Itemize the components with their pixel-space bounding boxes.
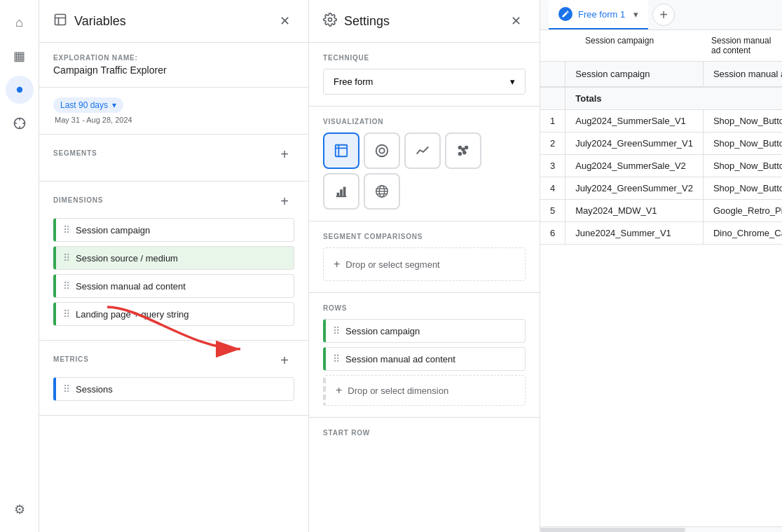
date-range-section: Last 90 days ▾ May 31 - Aug 28, 2024	[39, 88, 308, 135]
exploration-name-value: Campaign Traffic Explorer	[53, 64, 294, 76]
horizontal-scrollbar[interactable]	[540, 526, 782, 532]
dimension-item-session-manual-ad[interactable]: ⠿ Session manual ad content	[53, 274, 294, 298]
row-item-session-manual-ad[interactable]: ⠿ Session manual ad content	[323, 347, 526, 371]
svg-rect-3	[55, 14, 66, 25]
date-range-sub: May 31 - Aug 28, 2024	[53, 116, 294, 124]
metrics-header: METRICS +	[53, 350, 294, 370]
metric-item-sessions[interactable]: ⠿ Sessions	[53, 377, 294, 401]
th-session-manual-ad[interactable]: Session manual ad content	[703, 62, 782, 87]
campaign-cell: July2024_GreenSummer_V1	[565, 132, 704, 155]
row-item-session-campaign[interactable]: ⠿ Session campaign	[323, 319, 526, 343]
settings-header: Settings ✕	[309, 0, 540, 43]
date-range-chevron: ▾	[112, 100, 116, 110]
variables-title-icon	[53, 13, 67, 30]
drop-segment-label: Drop or select segment	[345, 259, 439, 270]
settings-close-button[interactable]: ✕	[506, 11, 526, 31]
scatter-viz-button[interactable]	[445, 132, 481, 169]
dimensions-section: DIMENSIONS + ⠿ Session campaign ⠿ Sessio…	[39, 182, 308, 341]
segments-label: SEGMENTS	[53, 149, 97, 157]
ad-content-cell: Shop_Now_Button	[703, 110, 782, 132]
th-session-campaign[interactable]: Session campaign	[565, 62, 704, 87]
ad-content-cell: Shop_Now_Button	[703, 155, 782, 177]
ad-content-cell: Dino_Chrome_Camp_Shirt	[703, 222, 782, 245]
bar-viz-button[interactable]	[323, 173, 359, 210]
variables-panel: Variables ✕ EXPLORATION NAME: Campaign T…	[39, 0, 309, 532]
technique-dropdown[interactable]: Free form ▾	[323, 69, 526, 95]
data-table-wrapper: Session campaign Session manual ad conte…	[540, 62, 782, 526]
ad-content-cell: Shop_Now_Button	[703, 132, 782, 155]
segments-section: SEGMENTS +	[39, 135, 308, 182]
dimensions-label: DIMENSIONS	[53, 196, 103, 204]
settings-panel: Settings ✕ TECHNIQUE Free form ▾ VISUALI…	[309, 0, 540, 532]
campaign-cell: Aug2024_SummerSale_V1	[565, 110, 704, 132]
svg-point-4	[329, 18, 332, 21]
svg-point-7	[379, 148, 384, 153]
donut-viz-button[interactable]	[364, 132, 400, 169]
tab-icon	[558, 7, 572, 21]
variables-close-button[interactable]: ✕	[275, 11, 294, 31]
svg-point-6	[376, 145, 388, 157]
tab-bar: Free form 1 ▾ +	[540, 0, 782, 30]
dimension-label: Landing page + query string	[76, 309, 189, 320]
variables-title: Variables	[53, 13, 126, 30]
segments-header: SEGMENTS +	[53, 144, 294, 164]
totals-row: Totals	[540, 87, 782, 110]
row-num: 1	[540, 110, 565, 132]
svg-point-1	[16, 87, 22, 93]
col-header-session-manual-ad: Session manual ad content	[711, 36, 772, 55]
dimension-item-landing-page[interactable]: ⠿ Landing page + query string	[53, 302, 294, 326]
add-segment-button[interactable]: +	[275, 144, 294, 164]
table-row: 6 June2024_Summer_V1 Dino_Chrome_Camp_Sh…	[540, 222, 782, 245]
explore-icon[interactable]	[6, 76, 34, 104]
table-row: 2 July2024_GreenSummer_V1 Shop_Now_Butto…	[540, 132, 782, 155]
visualization-section: VISUALIZATION	[309, 107, 540, 221]
svg-point-12	[462, 148, 465, 151]
drag-handle-icon: ⠿	[63, 308, 70, 320]
geo-viz-button[interactable]	[364, 173, 400, 210]
drag-handle-icon: ⠿	[333, 353, 340, 364]
add-tab-button[interactable]: +	[652, 4, 675, 26]
column-headers-bar: Session campaign Session manual ad conte…	[540, 30, 782, 62]
free-form-tab[interactable]: Free form 1 ▾	[549, 0, 648, 29]
date-range-label: Last 90 days	[60, 100, 108, 110]
settings-icon[interactable]: ⚙	[6, 496, 34, 524]
dimension-item-session-campaign[interactable]: ⠿ Session campaign	[53, 218, 294, 242]
drop-dimension-zone[interactable]: + Drop or select dimension	[323, 375, 526, 406]
tab-dropdown-arrow[interactable]: ▾	[633, 9, 638, 20]
technique-section: TECHNIQUE Free form ▾	[309, 43, 540, 107]
totals-num	[540, 87, 565, 110]
campaign-cell: July2024_GreenSummer_V2	[565, 177, 704, 200]
rows-label: ROWS	[323, 304, 526, 312]
chart-icon[interactable]: ▦	[6, 42, 34, 70]
drop-segment-zone[interactable]: + Drop or select segment	[323, 247, 526, 281]
metric-label: Sessions	[76, 384, 113, 395]
row-num: 6	[540, 222, 565, 245]
campaign-cell: Aug2024_SummerSale_V2	[565, 155, 704, 177]
row-label: Session campaign	[345, 326, 420, 336]
drop-dimension-label: Drop or select dimension	[348, 386, 448, 396]
add-metric-button[interactable]: +	[275, 350, 294, 370]
drag-handle-icon: ⠿	[333, 325, 340, 336]
dimension-label: Session campaign	[76, 225, 150, 236]
left-navigation: ⌂ ▦ ⚙	[0, 0, 39, 532]
settings-title-icon	[323, 13, 337, 30]
line-viz-button[interactable]	[404, 132, 441, 169]
plus-icon: +	[334, 258, 340, 271]
metrics-label: METRICS	[53, 355, 89, 363]
dimension-item-session-source-medium[interactable]: ⠿ Session source / medium	[53, 246, 294, 270]
add-dimension-button[interactable]: +	[275, 191, 294, 211]
variables-header: Variables ✕	[39, 0, 308, 43]
ad-content-cell: Shop_Now_Button	[703, 177, 782, 200]
campaign-cell: May2024_MDW_V1	[565, 200, 704, 222]
target-icon[interactable]	[6, 109, 34, 137]
table-viz-button[interactable]	[323, 132, 359, 169]
drag-handle-icon: ⠿	[63, 280, 70, 292]
table-row: 1 Aug2024_SummerSale_V1 Shop_Now_Button	[540, 110, 782, 132]
dimensions-header: DIMENSIONS +	[53, 191, 294, 211]
table-row: 5 May2024_MDW_V1 Google_Retro_Pickleball…	[540, 200, 782, 222]
segment-comparisons-section: SEGMENT COMPARISONS + Drop or select seg…	[309, 221, 540, 293]
date-range-picker[interactable]: Last 90 days ▾	[53, 97, 123, 113]
row-num: 4	[540, 177, 565, 200]
svg-rect-14	[337, 193, 340, 197]
home-icon[interactable]: ⌂	[6, 8, 34, 36]
